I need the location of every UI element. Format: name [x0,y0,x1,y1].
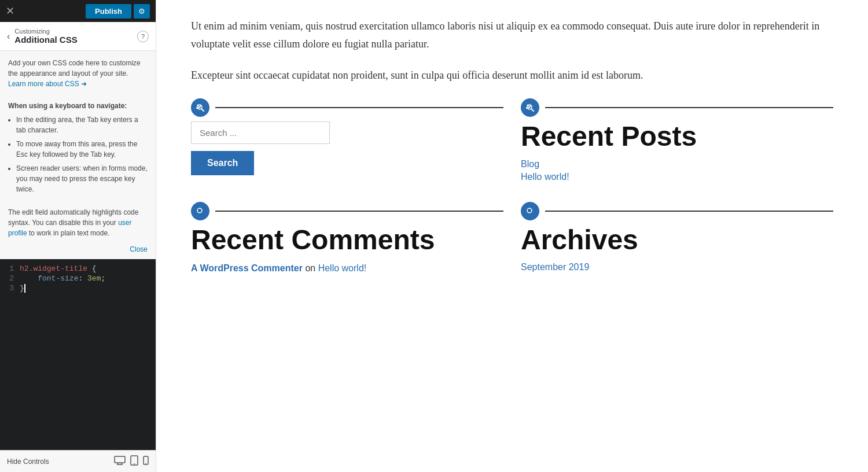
publish-area: Publish ⚙ [86,4,150,19]
panel-subtitle: Customizing [14,28,137,35]
search-widget: Search [191,98,503,185]
archives-widget-header [521,202,833,220]
keyboard-tip-1: In the editing area, the Tab key enters … [16,115,148,135]
panel-title: Additional CSS [14,35,137,45]
archives-title: Archives [521,225,833,256]
search-input[interactable] [191,121,330,144]
archives-divider [545,211,833,212]
keyboard-heading: When using a keyboard to navigate: [8,101,148,111]
search-widget-header [191,98,503,117]
svg-line-11 [531,109,534,111]
recent-comments-divider [215,211,503,212]
svg-point-13 [527,208,532,213]
comment-on-text: on [305,263,318,273]
publish-button[interactable]: Publish [86,4,131,19]
comment-post-link[interactable]: Hello world! [318,263,367,273]
panel-info: Add your own CSS code here to customize … [0,51,156,96]
search-widget-divider [215,107,503,108]
commenter-link[interactable]: A WordPress Commenter [191,263,303,273]
top-bar: ✕ Publish ⚙ [0,0,156,22]
bottom-bar: Hide Controls [0,450,156,472]
svg-point-7 [145,463,146,464]
code-line-1: 1 h2.widget-title { [3,264,152,274]
recent-post-hello-link[interactable]: Hello world! [521,172,833,182]
keyboard-tip-2: To move away from this area, press the E… [16,139,148,160]
device-icons [114,455,149,467]
settings-button[interactable]: ⚙ [134,4,150,19]
archives-icon [521,202,539,220]
recent-post-blog-link[interactable]: Blog [521,159,833,169]
tablet-icon[interactable] [130,455,138,467]
panel-title-group: Customizing Additional CSS [14,28,137,45]
learn-more-link[interactable]: Learn more about CSS ➜ [8,80,87,88]
widgets-area: Search Recent Posts Blog Hello world! [191,98,833,275]
recent-posts-title: Recent Posts [521,121,833,152]
recent-comments-title: Recent Comments [191,225,503,256]
close-button[interactable]: ✕ [6,6,14,16]
keyboard-section: When using a keyboard to navigate: In th… [0,96,156,202]
archive-september-link[interactable]: September 2019 [521,262,833,272]
back-button[interactable]: ‹ [7,31,10,42]
recent-comments-widget-header [191,202,503,220]
right-content: Ut enim ad minim veniam, quis nostrud ex… [156,0,868,472]
left-panel: ✕ Publish ⚙ ‹ Customizing Additional CSS… [0,0,156,472]
code-line-3: 3 } [3,283,152,293]
recent-posts-icon [521,98,539,117]
description-text: Add your own CSS code here to customize … [8,59,141,78]
help-button[interactable]: ? [137,31,149,42]
recent-posts-widget: Recent Posts Blog Hello world! [521,98,833,185]
svg-line-9 [201,109,204,111]
code-editor[interactable]: 1 h2.widget-title { 2 font-size: 3em; 3 … [0,259,156,450]
close-link[interactable]: Close [0,243,156,259]
hide-controls-button[interactable]: Hide Controls [7,458,49,466]
search-button[interactable]: Search [191,151,254,175]
profile-note: The edit field automatically highlights … [0,202,156,243]
svg-point-5 [134,463,135,464]
search-widget-icon [191,98,209,117]
keyboard-tips-list: In the editing area, the Tab key enters … [8,115,148,194]
recent-posts-widget-header [521,98,833,117]
recent-comments-widget: Recent Comments A WordPress Commenter on… [191,202,503,275]
recent-comments-icon [191,202,209,220]
body-paragraph-2: Excepteur sint occaecat cupidatat non pr… [191,67,833,84]
svg-point-12 [197,208,202,213]
desktop-icon[interactable] [114,455,126,467]
archives-widget: Archives September 2019 [521,202,833,275]
keyboard-tip-3: Screen reader users: when in forms mode,… [16,163,148,194]
code-line-2: 2 font-size: 3em; [3,274,152,283]
comment-entry: A WordPress Commenter on Hello world! [191,262,503,275]
recent-posts-divider [545,107,833,108]
body-paragraph-1: Ut enim ad minim veniam, quis nostrud ex… [191,17,833,53]
svg-rect-0 [115,456,125,463]
panel-header: ‹ Customizing Additional CSS ? [0,22,156,51]
mobile-icon[interactable] [143,455,149,467]
